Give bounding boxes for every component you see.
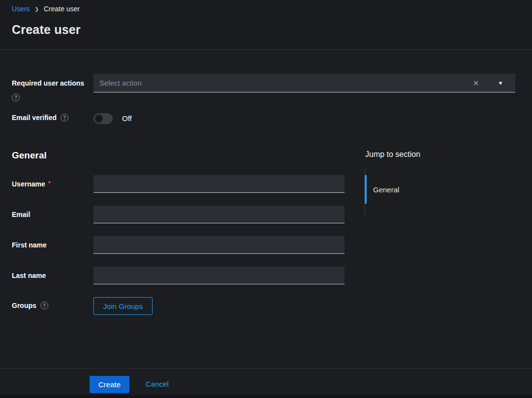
first-name-label: First name	[12, 241, 47, 249]
username-label-group: Username *	[12, 180, 51, 188]
email-input[interactable]	[94, 206, 344, 223]
email-label-group: Email	[12, 211, 30, 218]
cancel-link[interactable]: Cancel	[146, 380, 169, 388]
breadcrumb-link-users[interactable]: Users	[12, 5, 30, 13]
last-name-label: Last name	[12, 272, 46, 279]
page-bottom-edge	[0, 395, 532, 398]
jump-to-section-heading: Jump to section	[365, 150, 420, 159]
select-placeholder: Select action	[94, 79, 466, 87]
required-user-actions-select[interactable]: Select action ✕ ▾	[94, 74, 515, 92]
page-title: Create user	[12, 23, 81, 37]
clear-selection-icon[interactable]: ✕	[466, 79, 486, 87]
required-user-actions-label: Required user actions	[12, 79, 84, 87]
groups-label-group: Groups ?	[12, 302, 48, 309]
email-verified-label-group: Email verified ?	[12, 114, 68, 122]
help-icon[interactable]: ?	[12, 93, 20, 101]
create-button[interactable]: Create	[90, 376, 129, 393]
first-name-label-group: First name	[12, 241, 47, 249]
email-verified-toggle[interactable]	[94, 113, 113, 124]
chevron-right-icon: ❯	[35, 6, 39, 12]
breadcrumb-current-page: Create user	[44, 5, 80, 13]
username-input[interactable]	[94, 175, 344, 193]
required-indicator: *	[48, 180, 51, 187]
email-label: Email	[12, 211, 30, 218]
required-user-actions-label-group: Required user actions ?	[12, 79, 94, 101]
jump-nav-item-general[interactable]: General	[373, 185, 399, 194]
caret-down-icon[interactable]: ▾	[486, 79, 515, 87]
breadcrumb: Users ❯ Create user	[12, 5, 80, 13]
jump-nav-active-indicator	[365, 175, 367, 204]
help-icon[interactable]: ?	[40, 302, 48, 309]
action-bar-divider	[0, 368, 532, 368]
page-header: Users ❯ Create user Create user	[0, 0, 532, 50]
email-verified-label: Email verified	[12, 114, 57, 122]
groups-label: Groups	[12, 302, 36, 309]
join-groups-button[interactable]: Join Groups	[94, 297, 153, 315]
email-verified-state: Off	[122, 114, 132, 122]
last-name-input[interactable]	[94, 267, 344, 284]
toggle-knob	[95, 115, 103, 122]
username-label: Username	[12, 180, 45, 188]
general-section-heading: General	[12, 150, 47, 161]
first-name-input[interactable]	[94, 236, 344, 254]
create-user-page: Users ❯ Create user Create user Required…	[0, 0, 532, 398]
help-icon[interactable]: ?	[61, 114, 68, 122]
last-name-label-group: Last name	[12, 272, 46, 279]
